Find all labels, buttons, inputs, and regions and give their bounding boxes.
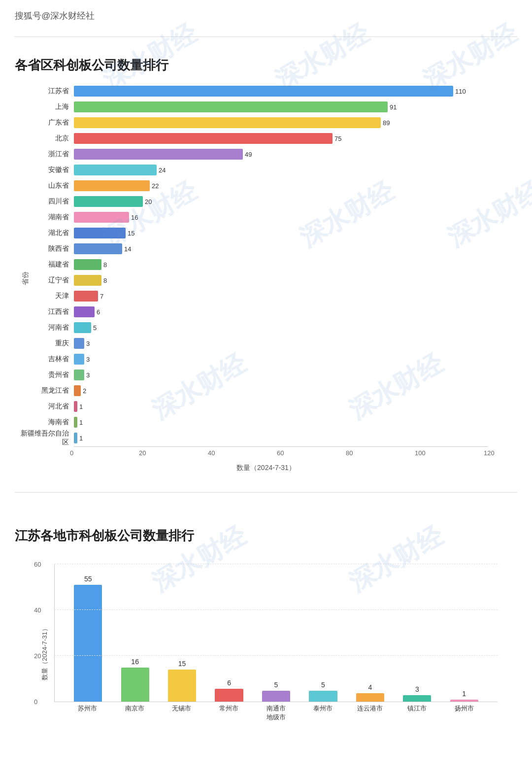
hbar-axis-tick: 80	[346, 449, 353, 457]
hbar-row: 吉林省3	[74, 352, 488, 367]
hbar-value: 75	[334, 135, 341, 142]
hbar-value: 3	[86, 340, 90, 347]
hbar-fill	[74, 196, 143, 207]
hbar-label: 江西省	[15, 307, 74, 316]
hbar-fill	[74, 291, 98, 302]
hbar-label: 贵州省	[15, 370, 74, 379]
hbar-row: 天津7	[74, 289, 488, 303]
hbar-label: 海南省	[15, 418, 74, 427]
hbar-label: 吉林省	[15, 355, 74, 364]
grid-line	[55, 655, 498, 656]
hbar-fill	[74, 370, 84, 380]
vbar-value-label: 5	[321, 681, 325, 689]
hbar-row: 新疆维吾尔自治区1	[74, 431, 488, 445]
hbar-label: 江苏省	[15, 87, 74, 96]
vbar-col: 3	[394, 574, 440, 702]
hbar-fill	[74, 165, 157, 175]
hbar-value: 16	[131, 214, 138, 221]
vbar-xlabel-item: 扬州市	[441, 704, 488, 722]
hbar-track: 1	[74, 417, 488, 428]
vbar-xlabel-item: 泰州市	[299, 704, 347, 722]
vbar-col: 6	[205, 574, 252, 702]
hbar-label: 河南省	[15, 323, 74, 332]
vbar-col: 4	[347, 574, 394, 702]
hbar-axis-tick: 0	[70, 449, 73, 457]
hbar-track: 14	[74, 243, 488, 254]
hbar-label: 浙江省	[15, 150, 74, 159]
hbar-track: 20	[74, 196, 488, 207]
hbar-value: 15	[128, 230, 134, 237]
hbar-row: 河北省1	[74, 399, 488, 414]
vbar-fill	[74, 585, 102, 702]
chart1-container: 各省区科创板公司数量排行 省份 江苏省110上海91广东省89北京75浙江省49…	[15, 47, 517, 482]
hbar-value: 3	[86, 356, 90, 363]
hbar-row: 陕西省14	[74, 241, 488, 256]
vbar-col: 5	[299, 574, 346, 702]
chart1-bars: 江苏省110上海91广东省89北京75浙江省49安徽省24山东省22四川省20湖…	[15, 84, 517, 446]
hbar-fill	[74, 417, 77, 428]
hbar-fill	[74, 228, 126, 238]
hbar-row: 江西省6	[74, 304, 488, 319]
hbar-axis-tick: 40	[208, 449, 215, 457]
hbar-row: 安徽省24	[74, 163, 488, 177]
hbar-track: 1	[74, 401, 488, 412]
hbar-track: 7	[74, 291, 488, 302]
hbar-track: 15	[74, 228, 488, 238]
hbar-value: 5	[93, 324, 97, 332]
vbar-value-label: 15	[178, 660, 186, 668]
hbar-track: 3	[74, 370, 488, 380]
header-source: 搜狐号@深水财经社	[15, 10, 517, 22]
hbar-value: 20	[145, 198, 152, 205]
hbar-fill	[74, 385, 81, 396]
hbar-label: 湖南省	[15, 213, 74, 222]
hbar-label: 新疆维吾尔自治区	[15, 429, 74, 447]
hbar-track: 3	[74, 338, 488, 349]
hbar-value: 7	[100, 293, 103, 300]
chart2-wrapper: 数量（2024-7-31） 0204060551615655431 苏州市南京市…	[15, 554, 517, 751]
hbar-label: 北京	[15, 134, 74, 143]
hbar-value: 3	[86, 371, 90, 379]
vbar-y-tick: 20	[34, 652, 41, 660]
hbar-fill	[74, 338, 84, 349]
hbar-label: 辽宁省	[15, 276, 74, 285]
hbar-row: 北京75	[74, 131, 488, 146]
hbar-label: 山东省	[15, 181, 74, 190]
hbar-row: 海南省1	[74, 415, 488, 430]
hbar-track: 22	[74, 180, 488, 191]
hbar-track: 1	[74, 433, 488, 443]
hbar-axis-tick: 20	[139, 449, 146, 457]
hbar-track: 5	[74, 322, 488, 333]
vbar-col: 15	[159, 574, 205, 702]
hbar-label: 广东省	[15, 118, 74, 127]
hbar-axis-tick: 100	[415, 449, 426, 457]
hbar-row: 贵州省3	[74, 368, 488, 382]
vbar-fill	[309, 691, 337, 702]
vbar-xlabel-item: 南京市	[111, 704, 159, 722]
hbar-axis-tick: 60	[277, 449, 284, 457]
vbar-value-label: 4	[368, 683, 372, 691]
chart2-title: 江苏各地市科创板公司数量排行	[15, 527, 517, 544]
vbar-xlabel-item: 常州市	[205, 704, 253, 722]
hbar-value: 6	[97, 308, 100, 316]
hbar-row: 广东省89	[74, 115, 488, 130]
hbar-track: 16	[74, 212, 488, 223]
hbar-fill	[74, 259, 101, 270]
hbar-row: 黑龙江省2	[74, 383, 488, 398]
hbar-value: 110	[455, 88, 466, 95]
hbar-fill	[74, 322, 91, 333]
vbar-value-label: 1	[462, 690, 466, 698]
hbar-label: 福建省	[15, 260, 74, 269]
hbar-label: 重庆	[15, 339, 74, 348]
hbar-track: 3	[74, 354, 488, 365]
chart2-ylabel: 数量（2024-7-31）	[40, 625, 49, 680]
hbar-label: 天津	[15, 292, 74, 301]
hbar-fill	[74, 212, 129, 223]
vbar-fill	[262, 691, 290, 702]
hbar-row: 重庆3	[74, 336, 488, 351]
chart2-xlabels: 苏州市南京市无锡市常州市南通市 地级市泰州市连云港市镇江市扬州市	[54, 704, 498, 722]
vbar-y-tick: 40	[34, 606, 41, 614]
hbar-fill	[74, 133, 332, 144]
hbar-fill	[74, 86, 453, 97]
hbar-value: 49	[245, 151, 252, 158]
vbar-fill	[215, 689, 243, 702]
